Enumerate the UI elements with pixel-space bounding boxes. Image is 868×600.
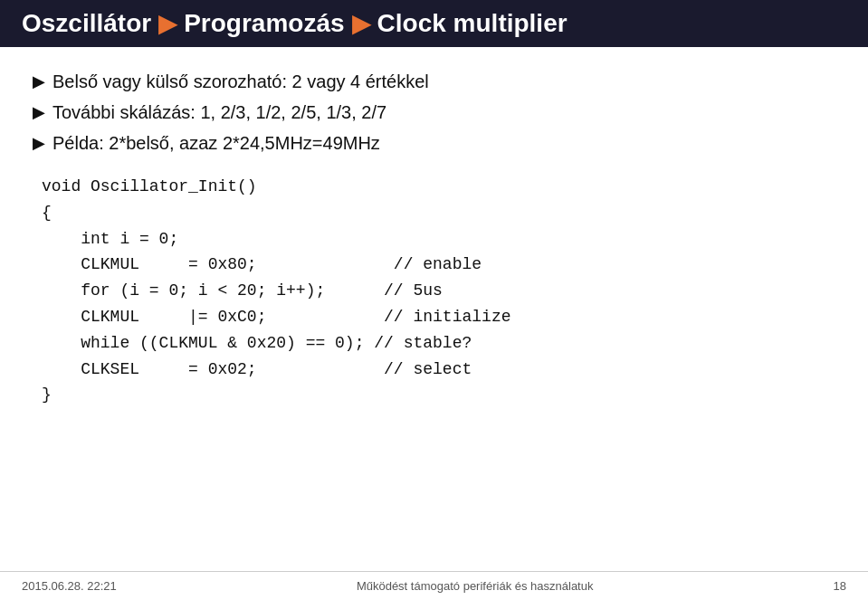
- bullet-arrow-3: ▶: [33, 132, 45, 155]
- list-item: ▶ Belső vagy külső szorozható: 2 vagy 4 …: [33, 69, 835, 94]
- footer-date: 2015.06.28. 22:21: [22, 579, 117, 593]
- footer: 2015.06.28. 22:21 Működést támogató peri…: [0, 571, 868, 600]
- code-line-7: while ((CLKMUL & 0x20) == 0); // stable?: [42, 330, 835, 357]
- code-line-8: CLKSEL = 0x02; // select: [42, 357, 835, 383]
- header-title: Oszcillátor ▶ Programozás ▶ Clock multip…: [22, 9, 568, 38]
- header-part-1: Oszcillátor: [22, 9, 151, 38]
- footer-page: 18: [834, 579, 846, 593]
- list-item: ▶ További skálázás: 1, 2/3, 1/2, 2/5, 1/…: [33, 100, 835, 125]
- main-content: ▶ Belső vagy külső szorozható: 2 vagy 4 …: [0, 47, 868, 417]
- code-line-3: int i = 0;: [42, 226, 835, 252]
- code-line-9: }: [42, 382, 835, 408]
- header-bar: Oszcillátor ▶ Programozás ▶ Clock multip…: [0, 0, 868, 47]
- header-arrow-1: ▶: [158, 10, 176, 38]
- bullet-arrow-2: ▶: [33, 101, 45, 124]
- code-line-4: CLKMUL = 0x80; // enable: [42, 252, 835, 278]
- bullet-text-3: Példa: 2*belső, azaz 2*24,5MHz=49MHz: [52, 130, 380, 156]
- header-part-2: Programozás: [184, 9, 344, 38]
- header-arrow-2: ▶: [352, 10, 370, 38]
- bullet-list: ▶ Belső vagy külső szorozható: 2 vagy 4 …: [33, 69, 835, 156]
- code-line-1: void Oscillator_Init(): [42, 174, 835, 200]
- footer-title: Működést támogató perifériák és használa…: [117, 579, 834, 593]
- code-line-2: {: [42, 200, 835, 226]
- bullet-text-1: Belső vagy külső szorozható: 2 vagy 4 ér…: [52, 69, 429, 94]
- bullet-arrow-1: ▶: [33, 71, 45, 93]
- bullet-text-2: További skálázás: 1, 2/3, 1/2, 2/5, 1/3,…: [52, 100, 386, 125]
- header-part-3: Clock multiplier: [377, 9, 568, 38]
- code-line-6: CLKMUL |= 0xC0; // initialize: [42, 304, 835, 330]
- code-block: void Oscillator_Init() { int i = 0; CLKM…: [33, 174, 835, 408]
- code-line-5: for (i = 0; i < 20; i++); // 5us: [42, 278, 835, 304]
- list-item: ▶ Példa: 2*belső, azaz 2*24,5MHz=49MHz: [33, 130, 835, 156]
